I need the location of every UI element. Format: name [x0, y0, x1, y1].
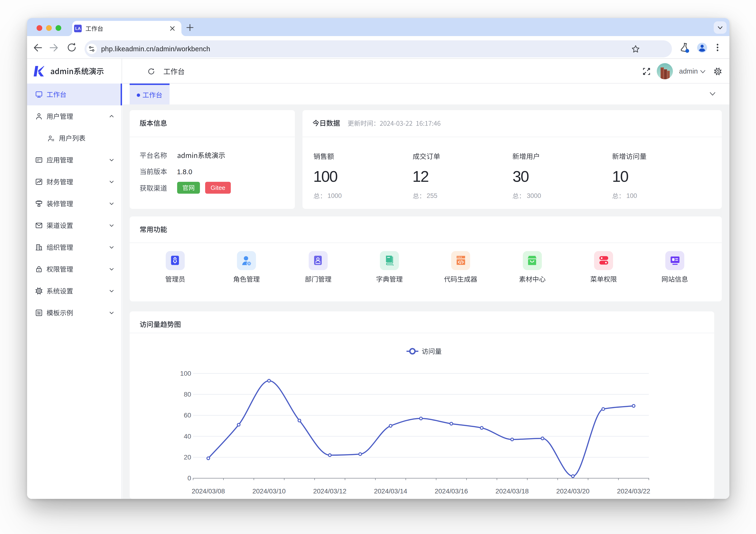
- svg-text:2024/03/22: 2024/03/22: [617, 487, 650, 494]
- svg-text:100: 100: [180, 369, 191, 377]
- svg-text:80: 80: [184, 390, 191, 398]
- svg-text:20: 20: [184, 453, 191, 461]
- svg-text:2024/03/10: 2024/03/10: [253, 487, 285, 494]
- svg-text:2024/03/16: 2024/03/16: [435, 487, 468, 494]
- svg-text:2024/03/18: 2024/03/18: [496, 487, 529, 494]
- svg-text:40: 40: [184, 432, 191, 440]
- svg-text:2024/03/08: 2024/03/08: [192, 487, 225, 494]
- svg-text:2024/03/20: 2024/03/20: [556, 487, 590, 494]
- svg-text:0: 0: [188, 474, 191, 482]
- svg-text:60: 60: [184, 411, 191, 419]
- svg-text:2024/03/14: 2024/03/14: [374, 487, 407, 494]
- svg-text:2024/03/12: 2024/03/12: [313, 487, 346, 494]
